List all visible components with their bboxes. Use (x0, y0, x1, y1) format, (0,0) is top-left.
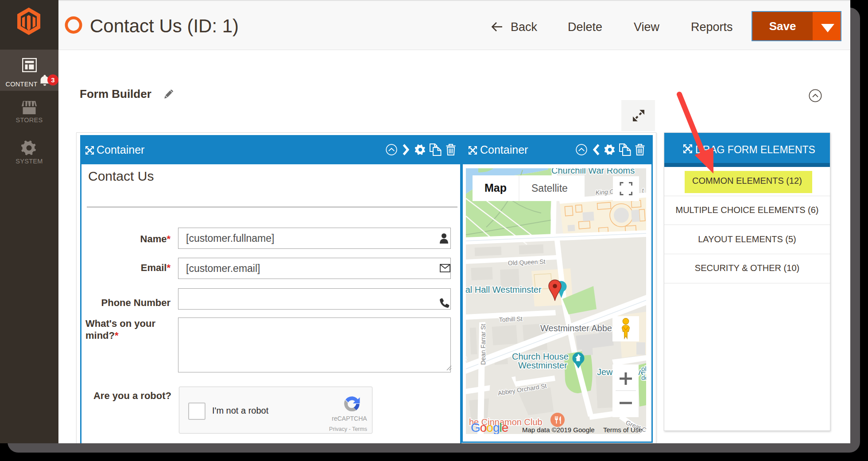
svg-text:Map: Map (484, 182, 507, 194)
svg-text:Satellite: Satellite (531, 182, 568, 194)
svg-text:King C: King C (595, 188, 615, 196)
svg-text:Tothill St: Tothill St (499, 315, 523, 323)
svg-text:St: St (466, 356, 466, 363)
svg-text:Map data ©2019 Google: Map data ©2019 Google (522, 426, 595, 434)
svg-text:Google: Google (471, 421, 508, 434)
svg-text:ral Hall Westminster: ral Hall Westminster (466, 285, 542, 294)
svg-text:Churchill War Rooms: Churchill War Rooms (551, 168, 635, 175)
svg-text:de: de (641, 374, 646, 381)
svg-text:Church House: Church House (512, 352, 569, 361)
svg-text:Westminster: Westminster (518, 360, 567, 370)
svg-text:Terms of Use: Terms of Use (603, 426, 642, 434)
svg-text:Jew: Jew (597, 367, 613, 377)
svg-text:Dean Farrar St: Dean Farrar St (480, 324, 487, 365)
svg-text:ol: ol (641, 365, 646, 372)
svg-text:Westminster Abbe: Westminster Abbe (540, 323, 612, 333)
